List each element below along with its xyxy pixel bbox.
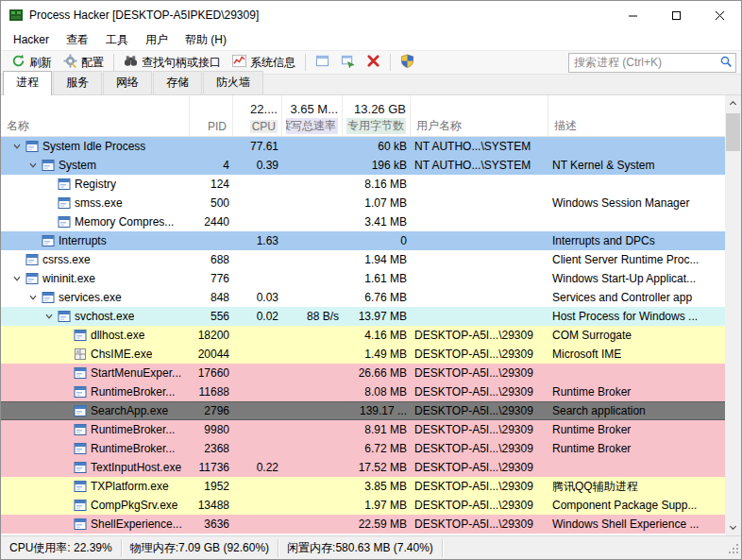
cell-name: TXPlatform.exe [1, 480, 190, 493]
tab-bar: 进程 服务 网络 存储 防火墙 [1, 75, 741, 95]
cell-name: TextInputHost.exe [1, 461, 190, 474]
expander-icon[interactable] [25, 161, 41, 170]
cell-private: 8.91 MB [343, 423, 411, 436]
process-row[interactable]: CompPkgSrv.exe134881.97 MBDESKTOP-A5I...… [1, 496, 725, 515]
cell-pid: 11688 [190, 385, 233, 399]
column-header-cpu[interactable]: 22....CPU [233, 95, 282, 136]
process-row[interactable]: TXPlatform.exe19523.85 MBDESKTOP-A5I...\… [1, 477, 725, 496]
application-icon [57, 310, 72, 323]
cell-cpu: 1.63 [233, 234, 282, 247]
tab-services[interactable]: 服务 [53, 71, 102, 94]
process-row[interactable]: dllhost.exe182004.16 MBDESKTOP-A5I...\29… [1, 326, 725, 345]
cell-pid: 848 [190, 291, 233, 304]
column-header-private[interactable]: 13.26 GB专用字节数 [343, 95, 411, 136]
column-header-user[interactable]: 用户名称 [411, 95, 548, 136]
expander-icon[interactable] [25, 293, 41, 302]
process-row[interactable]: ShellExperience...363622.59 MBDESKTOP-A5… [1, 515, 725, 534]
maximize-button[interactable] [654, 1, 698, 29]
tab-disk[interactable]: 存储 [153, 71, 202, 94]
tab-firewall[interactable]: 防火墙 [203, 71, 263, 94]
cell-private: 3.85 MB [343, 480, 411, 493]
column-header-pid[interactable]: PID [190, 95, 233, 136]
search-icon[interactable] [719, 55, 733, 71]
process-row[interactable]: RuntimeBroker...99808.91 MBDESKTOP-A5I..… [1, 420, 725, 439]
menu-view[interactable]: 查看 [58, 29, 97, 50]
process-row[interactable]: smss.exe5001.07 MBWindows Session Manage… [1, 194, 725, 212]
close-button[interactable] [698, 1, 741, 29]
cell-pid: 13488 [190, 499, 233, 512]
expander-icon[interactable] [8, 274, 25, 283]
cell-private: 139.17 ... [343, 404, 411, 417]
application-icon [73, 461, 88, 474]
process-row[interactable]: wininit.exe7761.61 MBWindows Start-Up Ap… [1, 269, 725, 288]
always-on-top-button[interactable] [310, 52, 335, 73]
kill-window-button[interactable] [361, 52, 386, 73]
column-header-io[interactable]: 3.65 M...读写总速率 [282, 95, 343, 136]
column-header-name[interactable]: 名称 [1, 95, 190, 136]
cell-cpu: 0.02 [233, 310, 282, 323]
menu-tools[interactable]: 工具 [97, 29, 137, 50]
find-window-button[interactable] [335, 52, 361, 73]
scroll-up-icon[interactable] [725, 95, 741, 111]
menu-hacker[interactable]: Hacker [5, 29, 58, 50]
system-info-button[interactable]: 系统信息 [227, 52, 301, 73]
refresh-icon [11, 54, 25, 71]
status-free-memory: 闲置内存:580.63 MB (7.40%) [278, 539, 443, 557]
process-row[interactable]: services.exe8480.036.76 MBServices and C… [1, 288, 725, 307]
process-row[interactable]: TextInputHost.exe117360.2217.52 MBDESKTO… [1, 458, 725, 477]
process-list: 名称PID22....CPU3.65 M...读写总速率13.26 GB专用字节… [1, 95, 741, 535]
process-row[interactable]: Memory Compres...24403.41 MB [1, 212, 725, 231]
process-name: dllhost.exe [91, 329, 144, 342]
cell-pid: 500 [190, 196, 233, 210]
process-row[interactable]: RuntimeBroker...23686.72 MBDESKTOP-A5I..… [1, 439, 725, 458]
cell-desc: COM Surrogate [548, 329, 725, 342]
process-row[interactable]: ChsIME.exe200441.49 MBDESKTOP-A5I...\293… [1, 345, 725, 364]
process-row[interactable]: Interrupts1.630Interrupts and DPCs [1, 231, 725, 250]
process-row[interactable]: SearchApp.exe2796139.17 ...DESKTOP-A5I..… [1, 401, 725, 420]
resize-grip-icon[interactable] [728, 543, 740, 558]
column-header-desc[interactable]: 描述 [548, 95, 725, 136]
process-row[interactable]: StartMenuExper...1766026.66 MBDESKTOP-A5… [1, 364, 725, 382]
process-row[interactable]: System40.39196 kBNT AUTHO...\SYSTEMNT Ke… [1, 156, 725, 175]
cell-desc: Search application [548, 404, 725, 417]
process-row[interactable]: Registry1248.16 MB [1, 175, 725, 194]
menu-users[interactable]: 用户 [137, 29, 177, 50]
process-row[interactable]: RuntimeBroker...116888.08 MBDESKTOP-A5I.… [1, 382, 725, 401]
minimize-button[interactable] [611, 1, 654, 29]
application-icon [73, 518, 88, 531]
application-icon [57, 196, 72, 210]
tab-network[interactable]: 网络 [103, 71, 152, 94]
cell-desc: Client Server Runtime Proc... [548, 253, 725, 266]
cell-desc: 腾讯QQ辅助进程 [548, 479, 725, 495]
cell-name: dllhost.exe [1, 329, 190, 342]
cell-desc: Component Package Supp... [548, 499, 725, 512]
search-input[interactable] [574, 56, 719, 69]
scrollbar-thumb[interactable] [726, 113, 740, 151]
cell-user: DESKTOP-A5I...\29309 [411, 499, 548, 512]
application-icon [25, 253, 40, 266]
menu-help[interactable]: 帮助 (H) [177, 29, 235, 50]
process-row[interactable]: csrss.exe6881.94 MBClient Server Runtime… [1, 250, 725, 269]
process-name: svchost.exe [75, 310, 134, 323]
scroll-down-icon[interactable] [725, 519, 741, 535]
process-name: Memory Compres... [75, 215, 174, 229]
process-row[interactable]: svchost.exe5560.0288 B/s13.97 MBHost Pro… [1, 307, 725, 326]
cell-name: CompPkgSrv.exe [1, 499, 190, 512]
cell-name: wininit.exe [1, 272, 190, 285]
cell-name: StartMenuExper... [1, 366, 190, 380]
refresh-button[interactable]: 刷新 [6, 52, 58, 73]
cell-desc: Runtime Broker [548, 385, 725, 399]
window-icon [315, 54, 329, 71]
vertical-scrollbar[interactable] [725, 95, 741, 535]
find-handles-button[interactable]: 查找句柄或接口 [118, 52, 227, 73]
cell-pid: 9980 [190, 423, 233, 436]
expander-icon[interactable] [8, 142, 25, 151]
process-row[interactable]: System Idle Process77.6160 kBNT AUTHO...… [1, 137, 725, 156]
tab-processes[interactable]: 进程 [3, 71, 52, 95]
expander-icon[interactable] [41, 312, 57, 321]
cell-private: 6.72 MB [343, 442, 411, 455]
cell-pid: 18200 [190, 329, 233, 342]
elevate-button[interactable] [395, 52, 420, 73]
cell-name: System [1, 159, 190, 172]
options-button[interactable]: 配置 [58, 52, 110, 73]
